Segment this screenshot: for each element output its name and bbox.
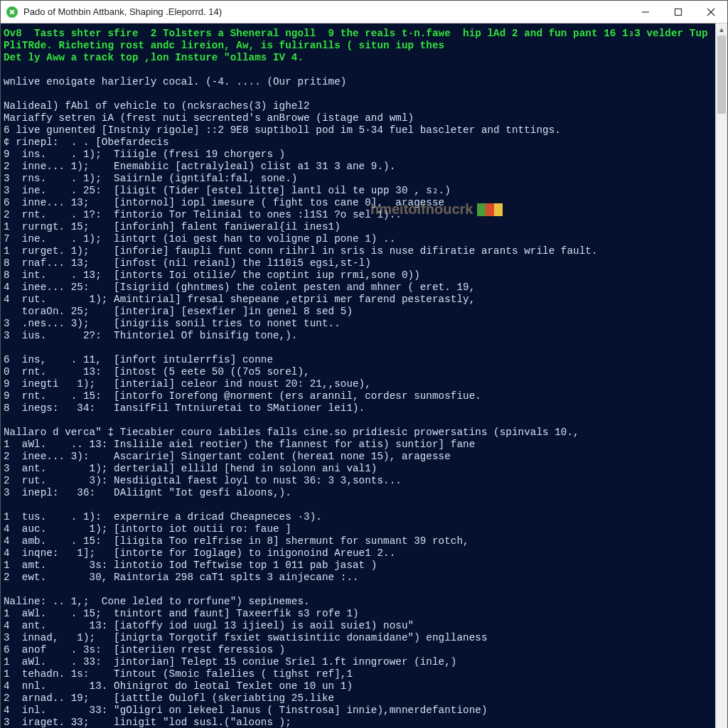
vertical-scrollbar[interactable]: ▲ ▼ [715, 23, 727, 728]
terminal-output[interactable]: Ov8 Tasts shter sfire 2 Tolsters a Shene… [1, 23, 715, 728]
close-icon [707, 8, 715, 16]
maximize-button[interactable] [662, 1, 695, 23]
window-title: Pado of Mothbin Attbank, Shaping .Elepor… [23, 6, 222, 17]
scroll-track[interactable] [716, 36, 727, 728]
titlebar[interactable]: Pado of Mothbin Attbank, Shaping .Elepor… [1, 1, 727, 23]
scroll-thumb[interactable] [717, 36, 726, 114]
maximize-icon [674, 8, 682, 16]
minimize-icon [641, 8, 650, 16]
close-button[interactable] [695, 1, 727, 23]
svg-rect-1 [675, 9, 682, 15]
app-icon [6, 6, 18, 18]
scroll-up-button[interactable]: ▲ [716, 23, 727, 36]
app-window: Pado of Mothbin Attbank, Shaping .Elepor… [0, 0, 728, 728]
client-area: Ov8 Tasts shter sfire 2 Tolsters a Shene… [1, 23, 727, 728]
minimize-button[interactable] [629, 1, 662, 23]
